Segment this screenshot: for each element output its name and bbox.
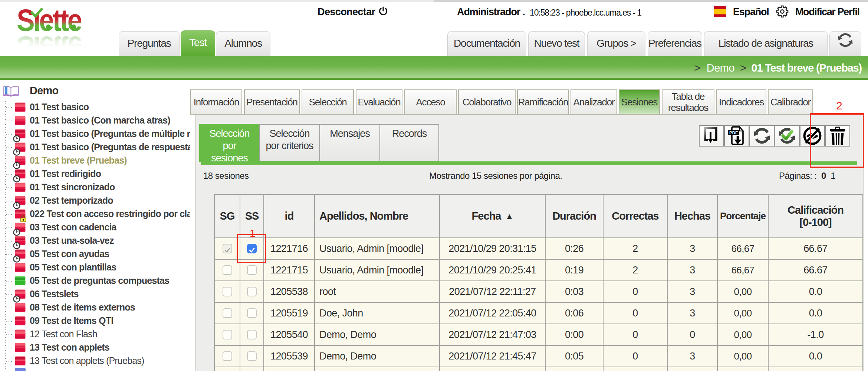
svg-text:PDF: PDF — [729, 131, 738, 135]
